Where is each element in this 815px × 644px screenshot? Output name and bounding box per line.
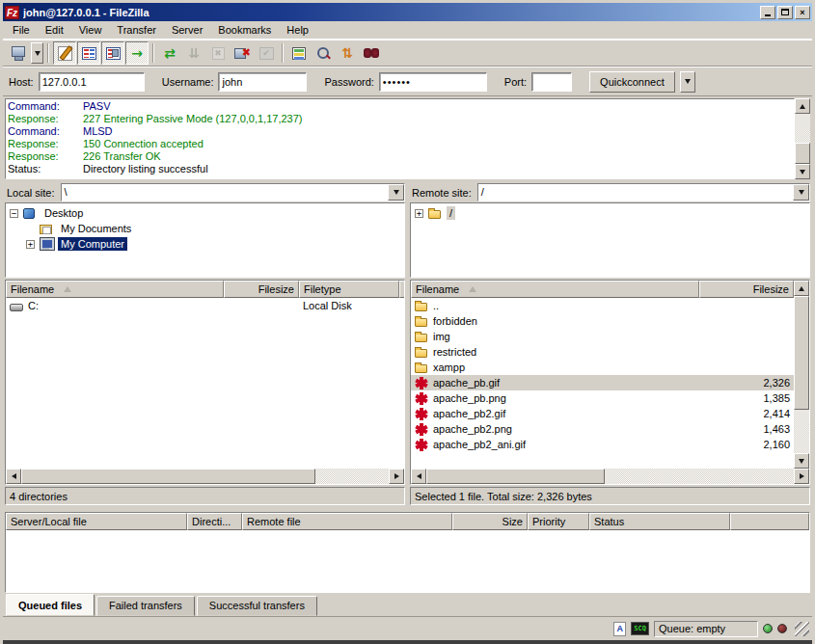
menu-bookmarks[interactable]: Bookmarks <box>210 22 279 39</box>
compare-directories-button[interactable] <box>312 41 335 65</box>
process-queue-button[interactable]: ⇊ <box>182 41 205 65</box>
column-header-l[interactable]: L <box>399 281 404 298</box>
scroll-track[interactable] <box>794 410 809 453</box>
remote-list-vscrollbar[interactable] <box>794 281 809 469</box>
queue-column-remote-file[interactable]: Remote file <box>242 513 452 530</box>
queue-column-size[interactable]: Size <box>452 513 528 530</box>
tab-queued-files[interactable]: Queued files <box>6 594 95 616</box>
file-row-apache-pb2-ani-gif[interactable]: apache_pb2_ani.gif2,160 <box>411 437 794 452</box>
file-row-c[interactable]: C:Local Disk <box>6 298 404 313</box>
find-files-button[interactable] <box>360 41 383 65</box>
scroll-thumb[interactable] <box>21 469 315 484</box>
refresh-button[interactable]: ⇄ <box>158 41 181 65</box>
scroll-track[interactable] <box>315 469 389 484</box>
tree-item-item[interactable]: +/ <box>411 205 809 221</box>
toggle-message-log-button[interactable] <box>53 41 76 65</box>
scroll-left-button[interactable] <box>6 469 21 484</box>
tab-failed-transfers[interactable]: Failed transfers <box>96 596 195 616</box>
queue-body[interactable] <box>6 530 809 592</box>
column-header-filename[interactable]: Filename <box>6 281 224 298</box>
scroll-thumb[interactable] <box>795 143 810 164</box>
scroll-track[interactable] <box>795 114 810 143</box>
scroll-thumb[interactable] <box>794 296 809 410</box>
reconnect-button[interactable]: ✔ <box>255 41 278 65</box>
file-row-apache-pb-png[interactable]: apache_pb.png1,385 <box>411 390 794 406</box>
column-header-filesize[interactable]: Filesize <box>699 281 794 298</box>
disconnect-button[interactable] <box>231 41 254 65</box>
log-entry: Status:Directory listing successful <box>8 163 794 175</box>
resize-grip[interactable] <box>795 622 809 636</box>
menu-file[interactable]: File <box>5 22 38 39</box>
file-row-apache-pb-gif[interactable]: apache_pb.gif2,326 <box>411 375 794 390</box>
file-row-apache-pb2-gif[interactable]: apache_pb2.gif2,414 <box>411 406 794 421</box>
host-input[interactable] <box>39 72 145 92</box>
column-header-filetype[interactable]: Filetype <box>299 281 399 298</box>
tab-successful-transfers[interactable]: Successful transfers <box>197 596 317 616</box>
site-manager-button[interactable] <box>7 41 30 65</box>
file-row-xampp[interactable]: xampp <box>411 360 794 375</box>
tree-item-my-documents[interactable]: My Documents <box>6 221 404 236</box>
tree-item-desktop[interactable]: −Desktop <box>6 205 404 221</box>
local-list-header: FilenameFilesizeFiletypeL <box>6 281 404 298</box>
minimize-button[interactable] <box>760 6 775 19</box>
remote-site-panel: Remote site: / +/ <box>410 182 810 278</box>
extra-cell <box>399 298 404 313</box>
scroll-up-button[interactable] <box>795 98 810 114</box>
queue-column-status[interactable]: Status <box>589 513 730 530</box>
local-site-combobox[interactable]: \ <box>61 183 405 201</box>
file-row-apache-pb2-png[interactable]: apache_pb2.png1,463 <box>411 421 794 437</box>
site-manager-button-dropdown[interactable] <box>31 42 43 64</box>
menu-server[interactable]: Server <box>164 22 210 39</box>
remote-site-dropdown-button[interactable] <box>793 184 809 201</box>
column-header-filesize[interactable]: Filesize <box>224 281 299 298</box>
close-button[interactable]: × <box>795 6 810 19</box>
tree-item-my-computer[interactable]: +My Computer <box>6 236 404 252</box>
file-row-restricted[interactable]: restricted <box>411 344 794 360</box>
local-site-dropdown-button[interactable] <box>388 184 404 201</box>
column-header-filename[interactable]: Filename <box>411 281 699 298</box>
menu-transfer[interactable]: Transfer <box>109 22 164 39</box>
scroll-left-button[interactable] <box>411 469 426 484</box>
remote-site-combobox[interactable]: / <box>477 183 810 201</box>
scroll-up-button[interactable] <box>794 281 809 296</box>
scroll-down-button[interactable] <box>794 453 809 469</box>
synchronized-browsing-button[interactable]: ⇅ <box>336 41 359 65</box>
expander-icon[interactable]: + <box>415 209 423 218</box>
local-list-hscrollbar[interactable] <box>6 469 404 484</box>
scroll-right-button[interactable] <box>794 469 809 484</box>
file-row-item[interactable]: .. <box>411 298 794 313</box>
password-input[interactable] <box>379 72 487 92</box>
quickconnect-dropdown[interactable] <box>680 71 695 93</box>
queue-column-priority[interactable]: Priority <box>528 513 589 530</box>
toggle-local-tree-button[interactable] <box>77 41 100 65</box>
expander-icon[interactable]: − <box>10 209 18 218</box>
menu-help[interactable]: Help <box>279 22 316 39</box>
queue-column-directi[interactable]: Directi... <box>187 513 242 530</box>
menu-view[interactable]: View <box>71 22 110 39</box>
expander-icon[interactable]: + <box>26 240 35 249</box>
queue-column-server-local-file[interactable]: Server/Local file <box>6 513 187 530</box>
quickconnect-button[interactable]: Quickconnect <box>589 71 675 93</box>
remote-list-hscrollbar[interactable] <box>411 469 809 484</box>
transfer-type-indicator-icon[interactable]: A <box>613 622 626 636</box>
username-input[interactable] <box>218 72 307 92</box>
sync-icon: ⇅ <box>341 46 353 60</box>
file-row-img[interactable]: img <box>411 329 794 344</box>
toggle-queue-button[interactable]: → <box>125 41 149 65</box>
toggle-remote-tree-button[interactable] <box>101 41 124 65</box>
file-row-forbidden[interactable]: forbidden <box>411 313 794 329</box>
port-input[interactable] <box>531 72 572 92</box>
scroll-down-button[interactable] <box>795 164 810 179</box>
scroll-track[interactable] <box>605 469 794 484</box>
arrow-left-icon <box>417 473 421 479</box>
directory-filter-button[interactable] <box>287 41 311 65</box>
scroll-right-button[interactable] <box>389 469 404 484</box>
scroll-thumb[interactable] <box>426 469 605 484</box>
indicator-badge-icon[interactable]: SCQ <box>631 622 649 635</box>
message-log-scrollbar[interactable] <box>795 98 810 179</box>
window-bottom-edge <box>3 640 812 644</box>
maximize-button[interactable] <box>777 6 793 19</box>
menu-edit[interactable]: Edit <box>38 22 71 39</box>
cancel-operation-button[interactable]: ✖ <box>206 41 230 65</box>
status-bar: A SCQ Queue: empty <box>3 617 812 640</box>
